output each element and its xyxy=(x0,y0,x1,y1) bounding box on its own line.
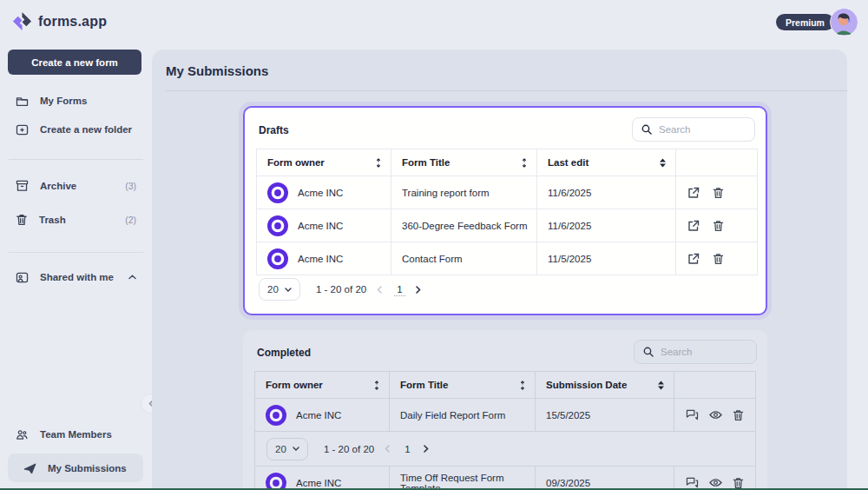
comments-icon[interactable] xyxy=(686,477,699,488)
page-title: My Submissions xyxy=(166,63,268,78)
owner-cell: Acme INC xyxy=(255,399,390,431)
sort-icon xyxy=(373,381,380,390)
title-divider xyxy=(165,90,847,91)
column-header-form-title[interactable]: Form Title xyxy=(391,149,537,175)
pagination-range: 1 - 20 of 20 xyxy=(316,284,366,295)
table-row: Acme INC Daily Field Report Form 15/5/20… xyxy=(255,398,755,431)
premium-badge[interactable]: Premium xyxy=(776,14,834,30)
drafts-search-input[interactable] xyxy=(659,124,746,135)
archive-count: (3) xyxy=(125,181,136,191)
table-row: Acme INC 360-Degree Feedback Form 11/6/2… xyxy=(257,209,757,242)
title-cell: Contact Form xyxy=(391,242,537,275)
prev-page-icon[interactable] xyxy=(385,445,390,453)
page-number[interactable]: 1 xyxy=(402,443,412,455)
chevron-down-icon xyxy=(293,447,299,451)
sidebar-item-my-forms[interactable]: My Forms xyxy=(16,92,145,109)
comments-icon[interactable] xyxy=(686,409,699,420)
forms-app-logo-icon xyxy=(12,11,32,31)
page-number[interactable]: 1 xyxy=(394,283,404,296)
column-header-actions xyxy=(676,149,757,175)
forms-app-logo[interactable]: forms.app xyxy=(12,11,107,31)
view-icon[interactable] xyxy=(709,478,722,487)
delete-row-icon[interactable] xyxy=(713,220,724,232)
prev-page-icon[interactable] xyxy=(377,286,382,294)
drafts-table: Form owner Form Title Last edit xyxy=(256,149,758,275)
completed-search[interactable] xyxy=(634,340,757,364)
sidebar-item-create-folder[interactable]: Create a new folder xyxy=(16,121,145,138)
completed-table: Form owner Form Title Submission Date xyxy=(254,371,756,490)
table-row: Acme INC Time Off Request Form Template … xyxy=(255,466,755,490)
sidebar-item-shared-with-me[interactable]: Shared with me xyxy=(16,268,145,286)
date-cell: 09/3/2025 xyxy=(536,467,674,490)
owner-logo-icon xyxy=(267,215,288,236)
folder-icon xyxy=(16,96,29,107)
archive-icon xyxy=(16,180,29,192)
sort-active-icon xyxy=(657,381,665,390)
sidebar-item-trash[interactable]: Trash (2) xyxy=(16,211,145,228)
row-actions xyxy=(676,176,757,209)
date-cell: 11/5/2025 xyxy=(537,242,676,275)
column-header-submission-date[interactable]: Submission Date xyxy=(536,372,674,398)
view-icon[interactable] xyxy=(709,410,722,420)
completed-table-header: Form owner Form Title Submission Date xyxy=(255,372,755,398)
sort-active-icon xyxy=(659,158,667,168)
search-icon xyxy=(643,347,654,357)
completed-pagination-row: 20 1 - 20 of 20 1 xyxy=(255,431,755,466)
table-row: Acme INC Contact Form 11/5/2025 xyxy=(257,242,757,275)
row-actions xyxy=(676,209,757,242)
column-header-form-title[interactable]: Form Title xyxy=(390,372,536,398)
folder-plus-icon xyxy=(16,124,29,136)
drafts-card-label: Drafts xyxy=(259,124,289,136)
trash-count: (2) xyxy=(125,215,136,225)
delete-row-icon[interactable] xyxy=(713,253,724,265)
drafts-search[interactable] xyxy=(632,117,755,142)
sidebar-item-team-members[interactable]: Team Members xyxy=(16,426,145,443)
completed-pagination: 20 1 - 20 of 20 1 xyxy=(255,438,429,460)
row-actions xyxy=(674,399,755,431)
pagination-range: 1 - 20 of 20 xyxy=(324,444,374,454)
owner-logo-icon xyxy=(267,182,288,203)
drafts-table-header: Form owner Form Title Last edit xyxy=(257,149,757,175)
column-header-form-owner[interactable]: Form owner xyxy=(255,372,390,398)
chevron-down-icon xyxy=(285,288,292,292)
owner-logo-icon xyxy=(266,473,286,490)
team-members-icon xyxy=(16,429,29,440)
column-header-actions xyxy=(674,372,755,398)
delete-row-icon[interactable] xyxy=(713,187,724,199)
completed-card-label: Completed xyxy=(257,347,311,359)
create-new-form-button[interactable]: Create a new form xyxy=(8,50,141,75)
user-avatar[interactable] xyxy=(830,8,858,36)
next-page-icon[interactable] xyxy=(424,445,429,453)
open-external-icon[interactable] xyxy=(687,220,700,232)
title-cell: Time Off Request Form Template xyxy=(390,467,536,490)
column-header-form-owner[interactable]: Form owner xyxy=(257,149,391,175)
paper-plane-icon xyxy=(23,463,36,474)
logo-wordmark: forms.app xyxy=(38,14,107,30)
chevron-up-icon xyxy=(128,275,136,280)
avatar-illustration xyxy=(831,9,857,35)
delete-row-icon[interactable] xyxy=(733,477,744,489)
owner-cell: Acme INC xyxy=(257,176,391,209)
page-size-select[interactable]: 20 xyxy=(259,278,300,301)
date-cell: 15/5/2025 xyxy=(536,399,674,431)
sidebar-divider xyxy=(9,159,143,160)
sidebar-item-my-submissions[interactable]: My Submissions xyxy=(23,460,145,477)
delete-row-icon[interactable] xyxy=(733,409,744,421)
completed-search-input[interactable] xyxy=(661,347,747,357)
owner-cell: Acme INC xyxy=(257,209,391,242)
title-cell: 360-Degree Feedback Form xyxy=(391,209,537,242)
completed-card: Completed Form owner Form Title xyxy=(243,330,767,490)
date-cell: 11/6/2025 xyxy=(537,209,676,242)
row-actions xyxy=(676,242,757,275)
column-header-last-edit[interactable]: Last edit xyxy=(537,149,676,175)
owner-logo-icon xyxy=(266,405,286,426)
sort-icon xyxy=(521,158,528,168)
sidebar-item-archive[interactable]: Archive (3) xyxy=(16,177,145,195)
shared-folder-icon xyxy=(16,272,29,283)
date-cell: 11/6/2025 xyxy=(537,176,676,209)
open-external-icon[interactable] xyxy=(687,187,700,199)
open-external-icon[interactable] xyxy=(687,253,700,265)
page-size-select[interactable]: 20 xyxy=(266,438,308,460)
sort-icon xyxy=(519,381,526,390)
next-page-icon[interactable] xyxy=(416,286,421,294)
